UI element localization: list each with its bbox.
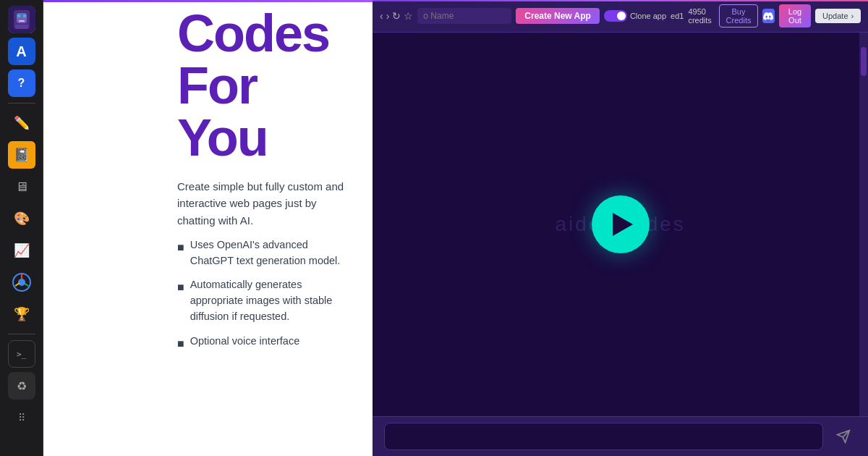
toggle-thumb — [617, 12, 626, 20]
clone-toggle: Clone app — [604, 10, 666, 22]
scrollbar-track[interactable] — [859, 33, 868, 416]
chat-input[interactable] — [384, 423, 823, 450]
content-panel: Codes For You Create simple but fully cu… — [43, 0, 373, 456]
svg-rect-3 — [15, 25, 28, 29]
feature-item-3: ■ Optional voice interface — [177, 334, 351, 352]
logout-button[interactable]: Log Out — [779, 4, 811, 28]
back-icon[interactable]: ‹ — [380, 10, 383, 22]
activity-symbol: 📈 — [14, 242, 30, 258]
pencil-symbol: ✏️ — [14, 115, 30, 131]
a-label: A — [16, 43, 26, 60]
terminal-symbol: >_ — [17, 350, 26, 359]
question-label: ? — [18, 77, 25, 90]
credits-amount: 4950 credits — [688, 7, 715, 25]
notes-icon[interactable]: 📓 — [8, 141, 35, 169]
discord-icon[interactable] — [762, 9, 775, 23]
hero-title: Codes For You — [177, 7, 351, 164]
feature-item-2: ■ Automatically generates appropriate im… — [177, 277, 351, 324]
terminal-icon[interactable]: >_ — [8, 340, 35, 368]
feature-text-1: Uses OpenAI's advanced ChatGPT text gene… — [190, 237, 351, 269]
update-arrow: › — [851, 12, 854, 20]
more-icon[interactable]: ⠿ — [8, 404, 35, 431]
feature-text-3: Optional voice interface — [190, 334, 300, 350]
credits-section: ed1 4950 credits Buy Credits Log Out Upd… — [671, 4, 861, 28]
chrome-icon[interactable] — [8, 269, 35, 296]
star-icon[interactable]: ☆ — [404, 10, 413, 22]
feature-text-2: Automatically generates appropriate imag… — [190, 277, 351, 324]
notes-symbol: 📓 — [14, 147, 30, 163]
avatar-icon[interactable] — [8, 6, 35, 33]
trophy-symbol: 🏆 — [14, 306, 30, 322]
hero-title-line3: You — [177, 111, 351, 164]
editor-icon[interactable]: ✏️ — [8, 109, 35, 137]
color-symbol: 🎨 — [14, 211, 30, 227]
trophy-icon[interactable]: 🏆 — [8, 300, 35, 328]
hero-title-line1: Codes — [177, 7, 351, 59]
divider-2 — [8, 334, 35, 334]
user-label: ed1 — [671, 12, 684, 20]
sidebar: A ? ✏️ 📓 🖥 🎨 📈 🏆 >_ ♻ ⠿ — [0, 0, 43, 456]
video-area: aidev.codes — [373, 33, 868, 416]
clone-label: Clone app — [630, 12, 666, 20]
divider-1 — [8, 103, 35, 104]
description-intro: Create simple but fully custom and inter… — [177, 178, 351, 229]
description-area: Create simple but fully custom and inter… — [43, 164, 373, 456]
svg-point-8 — [18, 279, 25, 286]
dots-symbol: ⠿ — [18, 412, 25, 423]
activity-icon[interactable]: 📈 — [8, 237, 35, 264]
input-bar — [373, 416, 868, 456]
forward-icon[interactable]: › — [386, 10, 390, 22]
bullet-1: ■ — [177, 239, 184, 256]
svg-rect-6 — [19, 20, 25, 22]
play-icon — [613, 213, 633, 236]
url-bar[interactable] — [417, 8, 511, 24]
send-button[interactable] — [830, 423, 856, 449]
update-button[interactable]: Update › — [815, 9, 861, 23]
color-wheel-icon[interactable]: 🎨 — [8, 205, 35, 232]
browser-content: aidev.codes — [373, 33, 868, 416]
svg-rect-5 — [23, 14, 26, 17]
monitor-icon[interactable]: 🖥 — [8, 173, 35, 200]
create-new-app-button[interactable]: Create New App — [516, 8, 600, 24]
svg-rect-4 — [17, 14, 20, 17]
bullet-3: ■ — [177, 335, 184, 352]
toggle-track[interactable] — [604, 10, 627, 22]
buy-credits-button[interactable]: Buy Credits — [719, 4, 757, 28]
feature-item-1: ■ Uses OpenAI's advanced ChatGPT text ge… — [177, 237, 351, 269]
refresh-icon[interactable]: ↻ — [392, 10, 401, 22]
recycle-symbol: ♻ — [17, 379, 27, 393]
bullet-2: ■ — [177, 279, 184, 296]
play-button[interactable] — [592, 195, 650, 253]
app-launcher-icon[interactable]: A — [8, 38, 35, 65]
browser-toolbar: ‹ › ↻ ☆ Create New App Clone app ed1 495… — [373, 0, 868, 33]
scrollbar-thumb[interactable] — [861, 47, 867, 76]
avatar-image — [8, 6, 35, 33]
browser-panel: ‹ › ↻ ☆ Create New App Clone app ed1 495… — [373, 0, 868, 456]
update-label: Update — [822, 12, 848, 20]
nav-icons: ‹ › ↻ ☆ — [380, 10, 413, 22]
hero-text-area: Codes For You — [43, 0, 373, 164]
recycle-icon[interactable]: ♻ — [8, 372, 35, 400]
help-icon[interactable]: ? — [8, 69, 35, 97]
monitor-symbol: 🖥 — [15, 180, 28, 195]
hero-title-line2: For — [177, 59, 351, 111]
